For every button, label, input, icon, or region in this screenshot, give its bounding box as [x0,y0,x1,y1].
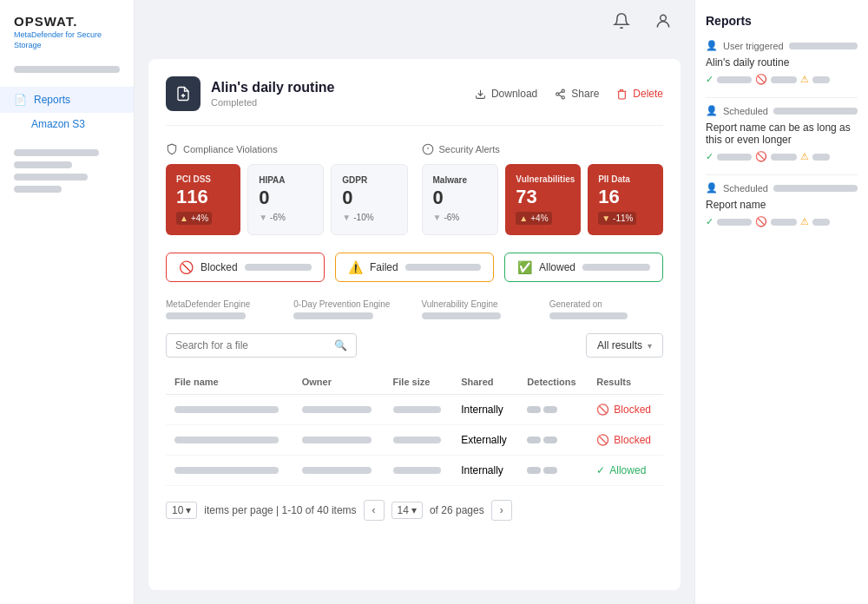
card-title-section: Alin's daily routine Completed [166,76,335,111]
engine-label-3: Vulnerability Engine [422,299,536,309]
filename-bar [174,406,279,413]
download-button[interactable]: Download [475,88,537,100]
sidebar-bar-2 [14,161,72,168]
pagination-info: items per page | 1-10 of 40 items [204,504,356,516]
summary-failed: ⚠️ Failed [335,253,494,282]
blocked-label: Blocked [201,261,238,273]
stats-section: Compliance Violations PCI DSS 116 ▲+4% H… [166,143,663,235]
engine-0day: 0-Day Prevention Engine [293,299,407,319]
card-title-info: Alin's daily routine Completed [211,80,335,108]
user-avatar[interactable] [649,7,677,35]
security-cards: Malware 0 ▼-6% Vulnerabilities 73 ▲+4% P… [422,164,664,235]
summary-allowed: ✅ Allowed [504,253,663,282]
page-size-value: 10 [172,504,183,516]
security-title: Security Alerts [422,143,664,155]
svg-point-0 [661,15,667,21]
report-type-bar-3 [773,185,858,192]
search-box[interactable]: 🔍 [166,333,357,358]
sidebar: OPSWAT. MetaDefender for Secure Storage … [0,0,135,604]
blocked-bar [245,264,312,271]
report-name-3[interactable]: Report name [706,199,858,211]
col-filename: File name [166,370,293,395]
result-blocked: 🚫Blocked [596,404,654,416]
card-header: Alin's daily routine Completed Download … [166,76,663,126]
notification-bell[interactable] [608,7,635,35]
header [135,0,694,42]
engines-row: MetaDefender Engine 0-Day Prevention Eng… [166,299,663,319]
sidebar-item-reports[interactable]: 📄 Reports [0,87,134,113]
engine-label-4: Generated on [549,299,663,309]
shared-cell: Externally [452,425,518,456]
compliance-group: Compliance Violations PCI DSS 116 ▲+4% H… [166,143,408,235]
total-pages: of 26 pages [430,504,484,516]
search-icon: 🔍 [334,339,347,351]
check-icon-1: ✓ [706,74,713,85]
report-name-2[interactable]: Report name can be as long as this or ev… [706,121,858,146]
engine-metadefender: MetaDefender Engine [166,299,279,319]
engine-label-1: MetaDefender Engine [166,299,279,309]
stat-pci-dss: PCI DSS 116 ▲+4% [166,164,240,235]
sidebar-bar-3 [14,174,88,181]
page-dropdown-icon: ▾ [411,504,417,516]
main-content: Alin's daily routine Completed Download … [135,0,694,604]
report-type-2: 👤 Scheduled [706,105,858,116]
detections-toggle [527,467,579,474]
stat-gdpr: GDPR 0 ▼-10% [331,164,407,235]
stat-hipaa: HIPAA 0 ▼-6% [247,164,324,235]
card-actions: Download Share Delete [475,88,663,100]
sidebar-placeholder-bar [14,66,120,73]
results-filter[interactable]: All results ▾ [586,333,663,358]
ind-bar-3c [812,219,830,226]
ind-bar-2c [812,154,830,161]
report-indicators-2: ✓ 🚫 ⚠ [706,151,858,162]
stat-malware: Malware 0 ▼-6% [422,164,499,235]
owner-bar [302,406,372,413]
scheduled-icon-2: 👤 [706,105,718,116]
col-results: Results [588,370,663,395]
page-size-select[interactable]: 10 ▾ [166,502,197,519]
page-number: 14 [398,504,409,516]
col-detections: Detections [518,370,588,395]
share-button[interactable]: Share [555,88,599,100]
sidebar-nav: 📄 Reports Amazon S3 [0,80,134,142]
chevron-down-icon: ▾ [648,341,652,351]
ind-bar-3b [771,219,797,226]
page-size-chevron: ▾ [186,504,191,516]
ind-bar-1a [717,76,752,83]
right-panel: Reports 👤 User triggered Alin's daily ro… [694,0,868,604]
page-input[interactable]: 14 ▾ [391,502,423,519]
summary-row: 🚫 Blocked ⚠️ Failed ✅ Allowed [166,253,663,282]
sidebar-item-amazon-s3[interactable]: Amazon S3 [0,113,134,135]
failed-icon: ⚠️ [348,260,363,274]
warn-icon-1: ⚠ [800,74,809,85]
report-group-3: 👤 Scheduled Report name ✓ 🚫 ⚠ [706,182,858,227]
compliance-cards: PCI DSS 116 ▲+4% HIPAA 0 ▼-6% GDPR 0 ▼-1… [166,164,408,235]
next-page-button[interactable]: › [491,500,512,521]
report-type-label-1: User triggered [723,41,784,51]
sidebar-bars [0,142,134,200]
search-input[interactable] [175,339,327,351]
report-type-label-3: Scheduled [723,183,768,194]
detections-toggle [527,406,579,413]
result-allowed: ✓Allowed [596,464,654,476]
sidebar-logo: OPSWAT. MetaDefender for Secure Storage [0,0,134,59]
svg-line-7 [559,95,562,96]
report-type-bar-1 [789,43,858,49]
report-indicators-1: ✓ 🚫 ⚠ [706,74,858,85]
blocked-icon: 🚫 [179,260,194,274]
prev-page-button[interactable]: ‹ [364,500,385,521]
filter-label: All results [597,339,642,351]
sidebar-bar-1 [14,149,99,156]
svg-point-6 [562,95,564,98]
engine-generated-on: Generated on [549,299,663,319]
engine-bar-2 [293,312,373,319]
table-header: File name Owner File size Shared Detecti… [166,370,663,395]
compliance-title: Compliance Violations [166,143,408,155]
delete-button[interactable]: Delete [616,88,663,100]
logo-subtitle: MetaDefender for Secure Storage [14,30,120,50]
detections-toggle [527,437,579,443]
filename-bar [174,437,279,443]
report-name-1[interactable]: Alin's daily routine [706,56,858,69]
allowed-label: Allowed [539,261,575,273]
result-blocked-2: 🚫Blocked [596,434,654,446]
